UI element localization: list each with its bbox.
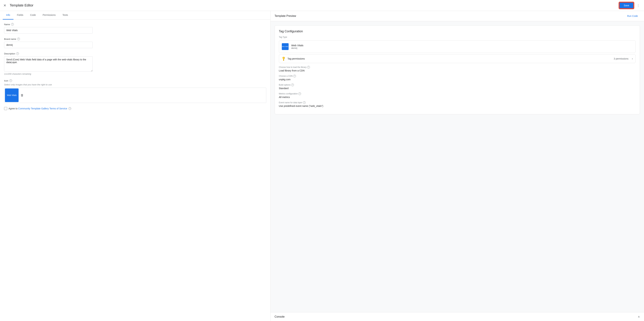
- tag-type-label: Tag Type: [279, 36, 636, 38]
- console-collapse-button[interactable]: ∧: [638, 315, 640, 318]
- save-button[interactable]: Save: [619, 2, 634, 9]
- chevron-up-icon: ∧: [638, 315, 640, 318]
- tab-permissions[interactable]: Permissions: [39, 11, 59, 19]
- tag-author: demirj: [291, 47, 633, 49]
- icon-preview-container: Web Vitals 🗑: [4, 88, 266, 103]
- chevron-right-icon: ›: [632, 57, 633, 60]
- config-value-4: Use predefined event name ("web_vitals"): [279, 105, 636, 107]
- name-label: Name ?: [4, 23, 266, 26]
- brand-name-field-group: Brand name ?: [4, 38, 266, 48]
- description-help-icon[interactable]: ?: [16, 52, 19, 55]
- icon-field-group: Icon ? Select only images that you have …: [4, 79, 266, 103]
- left-panel: Info Fields Code Permissions Tests Name …: [0, 11, 270, 321]
- config-field-3: Metrics configuration ? All metrics: [279, 92, 636, 99]
- tag-icon: Web Vitals: [282, 43, 288, 50]
- brand-name-help-icon[interactable]: ?: [17, 38, 20, 40]
- header: ✕ Template Editor Save ⋮: [0, 0, 644, 11]
- card-title: Tag Configuration: [279, 30, 636, 33]
- tab-fields[interactable]: Fields: [14, 11, 26, 19]
- char-count: 111/200 characters remaining: [4, 73, 266, 75]
- more-options-button[interactable]: ⋮: [635, 3, 641, 8]
- left-content: Name ? Brand name ? Description ? S: [0, 19, 270, 321]
- tos-help-icon[interactable]: ?: [68, 107, 71, 110]
- config-label-0: Choose how to load the library ?: [279, 66, 636, 69]
- name-input[interactable]: [4, 27, 93, 33]
- config-value-1: unpkg.com: [279, 78, 636, 81]
- page-title: Template Editor: [10, 3, 34, 7]
- name-help-icon[interactable]: ?: [11, 23, 14, 26]
- config-help-icon-1[interactable]: ?: [293, 75, 296, 77]
- description-field-group: Description ? Send (Core) Web Vitals fie…: [4, 52, 266, 75]
- config-field-4: Event name for data layer ? Use predefin…: [279, 101, 636, 107]
- run-code-button[interactable]: Run Code: [625, 14, 640, 18]
- tag-name: Web Vitals: [291, 44, 633, 47]
- console-title: Console: [275, 315, 285, 318]
- preview-card: Tag Configuration Tag Type Web Vitals We…: [275, 25, 640, 114]
- header-right: Save ⋮: [619, 2, 641, 9]
- tos-checkbox[interactable]: [4, 107, 7, 110]
- icon-hint: Select only images that you have the rig…: [4, 83, 266, 86]
- config-value-0: Load library from a CDN: [279, 69, 636, 72]
- permissions-label: Tag permissions: [288, 57, 612, 60]
- permissions-count: 3 permissions: [614, 57, 628, 60]
- close-button[interactable]: ✕: [3, 3, 7, 8]
- tab-code[interactable]: Code: [27, 11, 39, 19]
- tag-type-row: Web Vitals Web Vitals demirj: [279, 40, 636, 53]
- permissions-row[interactable]: 🔑 Tag permissions 3 permissions ›: [279, 54, 636, 63]
- main-layout: Info Fields Code Permissions Tests Name …: [0, 11, 644, 321]
- name-field-group: Name ?: [4, 23, 266, 33]
- tos-link[interactable]: Community Template Gallery Terms of Serv…: [18, 107, 67, 110]
- tabs-bar: Info Fields Code Permissions Tests: [0, 11, 270, 19]
- description-textarea[interactable]: Send (Core) Web Vitals field data of a p…: [4, 56, 93, 72]
- key-icon: 🔑: [281, 56, 286, 61]
- config-help-icon-3[interactable]: ?: [298, 92, 301, 95]
- tos-checkbox-row: Agree to Community Template Gallery Term…: [4, 107, 266, 110]
- preview-title: Template Preview: [275, 14, 296, 17]
- config-label-2: Build options ?: [279, 84, 636, 86]
- icon-label: Icon ?: [4, 79, 266, 82]
- brand-name-label: Brand name ?: [4, 38, 266, 40]
- config-label-4: Event name for data layer ?: [279, 101, 636, 104]
- config-value-2: Standard: [279, 87, 636, 90]
- config-help-icon-0[interactable]: ?: [307, 66, 310, 69]
- icon-help-icon[interactable]: ?: [9, 79, 12, 82]
- tab-tests[interactable]: Tests: [59, 11, 72, 19]
- icon-delete-button[interactable]: 🗑: [19, 92, 25, 99]
- tab-info[interactable]: Info: [3, 11, 14, 19]
- more-icon: ⋮: [636, 3, 640, 7]
- right-header: Template Preview Run Code: [270, 11, 644, 21]
- config-label-3: Metrics configuration ?: [279, 92, 636, 95]
- config-value-3: All metrics: [279, 96, 636, 99]
- right-panel: Template Preview Run Code Tag Configurat…: [270, 11, 644, 321]
- tos-label: Agree to Community Template Gallery Term…: [8, 107, 67, 110]
- console-section: Console ∧: [270, 312, 644, 321]
- tag-info: Web Vitals demirj: [291, 44, 633, 49]
- config-field-1: Choose a CDN ? unpkg.com: [279, 75, 636, 81]
- config-help-icon-4[interactable]: ?: [303, 101, 306, 104]
- description-label: Description ?: [4, 52, 266, 55]
- header-left: ✕ Template Editor: [3, 3, 34, 8]
- brand-name-input[interactable]: [4, 42, 93, 48]
- delete-icon: 🗑: [20, 94, 24, 97]
- close-icon: ✕: [4, 3, 6, 7]
- config-field-0: Choose how to load the library ? Load li…: [279, 66, 636, 72]
- right-content: Tag Configuration Tag Type Web Vitals We…: [270, 21, 644, 312]
- config-label-1: Choose a CDN ?: [279, 75, 636, 77]
- config-help-icon-2[interactable]: ?: [291, 84, 294, 86]
- config-field-2: Build options ? Standard: [279, 84, 636, 90]
- icon-preview: Web Vitals: [5, 88, 18, 102]
